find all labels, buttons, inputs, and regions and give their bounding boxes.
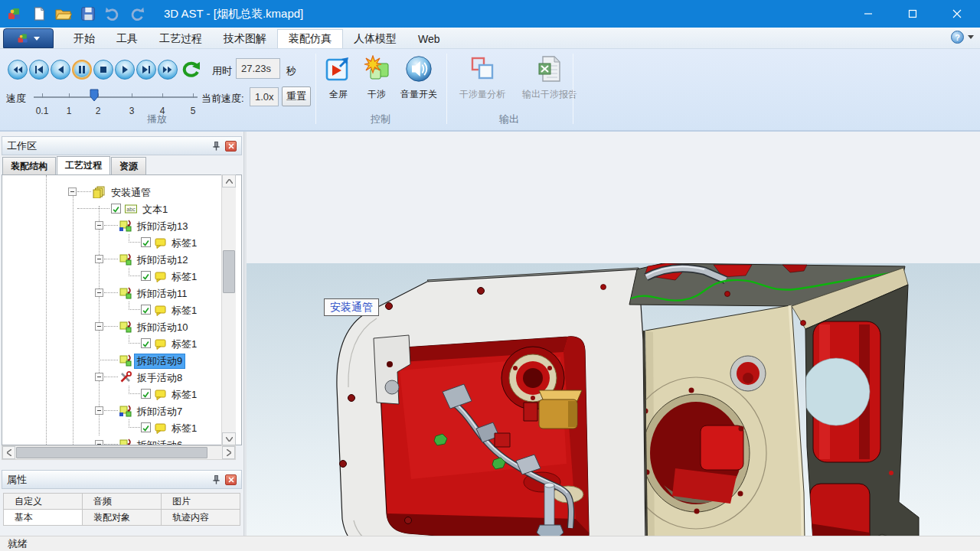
tick-label: 2 xyxy=(96,106,101,116)
current-speed-field[interactable]: 1.0x xyxy=(250,87,279,106)
pause-button[interactable] xyxy=(72,60,92,80)
props-tab-basic[interactable]: 基本 xyxy=(3,509,83,526)
pin-icon[interactable] xyxy=(211,474,221,485)
checkbox-checked[interactable] xyxy=(141,338,151,348)
tab-technical-illustration[interactable]: 技术图解 xyxy=(213,29,277,48)
loop-button[interactable] xyxy=(181,61,201,83)
new-document-icon[interactable] xyxy=(29,4,49,24)
ribbon: 用时 27.23s 秒 速度 0.1 1 2 3 4 5 当前速度: 1.0x … xyxy=(0,49,980,132)
redo-icon[interactable] xyxy=(127,4,147,24)
tree-row[interactable]: 标签1 xyxy=(2,268,221,285)
fullscreen-button[interactable]: 全屏 xyxy=(320,55,357,101)
tree-expander[interactable] xyxy=(95,221,103,230)
excel-report-icon xyxy=(536,55,564,83)
scroll-down-button[interactable] xyxy=(222,432,236,445)
volume-toggle-button[interactable]: 音量开关 xyxy=(395,55,443,101)
props-tab-image[interactable]: 图片 xyxy=(161,493,240,510)
tree-vertical-scrollbar[interactable] xyxy=(221,174,236,445)
speed-slider-thumb[interactable] xyxy=(90,89,99,105)
checkbox-checked[interactable] xyxy=(141,389,151,399)
tab-process[interactable]: 工艺过程 xyxy=(149,29,213,48)
pin-icon[interactable] xyxy=(211,141,221,152)
reset-button[interactable]: 重置 xyxy=(282,86,311,106)
stop-button[interactable] xyxy=(93,60,113,80)
interference-analysis-button[interactable]: 干涉量分析 xyxy=(450,55,514,101)
tree-row[interactable]: 扳手活动8 xyxy=(2,369,221,386)
tree-expander[interactable] xyxy=(95,289,103,297)
scrollbar-thumb[interactable] xyxy=(16,447,207,458)
close-button[interactable] xyxy=(935,0,979,28)
tree-row[interactable]: 文本1 xyxy=(2,201,221,217)
interference-button[interactable]: 干涉 xyxy=(360,55,394,101)
status-text: 就绪 xyxy=(8,537,28,551)
tree-row[interactable]: 标签1 xyxy=(2,234,221,251)
application-menu-button[interactable] xyxy=(3,28,54,48)
tab-assembly-structure[interactable]: 装配结构 xyxy=(2,157,56,174)
scroll-up-button[interactable] xyxy=(222,174,236,187)
disassembly-icon xyxy=(119,321,132,333)
props-tab-audio[interactable]: 音频 xyxy=(82,493,162,510)
workspace-close-button[interactable] xyxy=(225,141,237,152)
tree-row[interactable]: 标签1 xyxy=(2,386,221,403)
maximize-button[interactable] xyxy=(890,0,935,28)
interference-analysis-icon xyxy=(469,55,496,83)
tree-row-selected[interactable]: 拆卸活动9 xyxy=(2,352,221,369)
tree-row[interactable]: 安装通管 xyxy=(2,184,221,201)
tag-icon xyxy=(155,388,167,400)
tree-row[interactable]: 拆卸活动11 xyxy=(2,285,221,302)
3d-viewport[interactable]: Z X Y 安装通管 KMSoft xyxy=(247,263,980,551)
tree-horizontal-scrollbar[interactable] xyxy=(2,445,236,460)
scroll-right-button[interactable] xyxy=(222,446,235,459)
chevron-down-icon[interactable] xyxy=(968,35,974,39)
skip-to-start-button[interactable] xyxy=(29,60,49,80)
tree-row[interactable]: 拆卸活动12 xyxy=(2,251,221,268)
tree-expander[interactable] xyxy=(95,322,103,331)
tab-assembly-simulation[interactable]: 装配仿真 xyxy=(277,29,343,48)
window-title: 3D AST - [烟机总装.kmapd] xyxy=(164,7,303,21)
tree-row[interactable]: 标签1 xyxy=(2,419,221,436)
tree-row[interactable]: 标签1 xyxy=(2,335,221,352)
rewind-button[interactable] xyxy=(8,60,28,80)
step-back-button[interactable] xyxy=(51,60,70,80)
props-tab-assembly-object[interactable]: 装配对象 xyxy=(82,509,162,526)
tree-expander[interactable] xyxy=(95,440,103,445)
open-folder-icon[interactable] xyxy=(54,4,74,24)
tab-web[interactable]: Web xyxy=(407,29,451,48)
scroll-left-button[interactable] xyxy=(2,446,15,459)
tree-expander[interactable] xyxy=(95,255,103,263)
tab-process-tree[interactable]: 工艺过程 xyxy=(57,156,110,174)
minimize-button[interactable] xyxy=(846,0,890,28)
props-tab-trajectory[interactable]: 轨迹内容 xyxy=(161,509,240,526)
undo-icon[interactable] xyxy=(103,4,122,24)
help-icon[interactable]: ? xyxy=(951,31,964,44)
play-button[interactable] xyxy=(115,60,135,80)
disassembly-icon xyxy=(119,354,132,367)
fast-forward-button[interactable] xyxy=(158,60,178,80)
tree-expander[interactable] xyxy=(68,187,77,196)
tree-row[interactable]: 标签1 xyxy=(2,302,221,318)
scrollbar-thumb[interactable] xyxy=(223,250,235,293)
skip-to-end-button[interactable] xyxy=(136,60,156,80)
checkbox-checked[interactable] xyxy=(141,305,151,315)
tree-row[interactable]: 拆卸活动10 xyxy=(2,318,221,335)
tab-resources[interactable]: 资源 xyxy=(111,157,146,174)
tab-tools[interactable]: 工具 xyxy=(106,29,149,48)
properties-close-button[interactable] xyxy=(225,474,237,485)
tree-expander[interactable] xyxy=(95,406,103,415)
checkbox-checked[interactable] xyxy=(111,204,121,214)
speed-slider-track[interactable] xyxy=(34,96,198,98)
checkbox-checked[interactable] xyxy=(141,422,151,432)
elapsed-field[interactable]: 27.23s xyxy=(236,58,280,79)
checkbox-checked[interactable] xyxy=(141,271,151,281)
props-tab-custom[interactable]: 自定义 xyxy=(3,493,83,510)
tree-row[interactable]: 拆卸活动13 xyxy=(2,217,221,234)
save-icon[interactable] xyxy=(78,4,98,24)
tab-start[interactable]: 开始 xyxy=(63,29,106,48)
tree-expander[interactable] xyxy=(95,373,103,381)
elapsed-unit-label: 秒 xyxy=(286,64,296,78)
tree-row[interactable]: 拆卸活动7 xyxy=(2,403,221,419)
tab-human-model[interactable]: 人体模型 xyxy=(343,29,407,48)
checkbox-checked[interactable] xyxy=(141,237,151,247)
tree-row[interactable]: 拆卸活动6 xyxy=(2,436,221,445)
group-label-playback: 播放 xyxy=(115,112,199,126)
